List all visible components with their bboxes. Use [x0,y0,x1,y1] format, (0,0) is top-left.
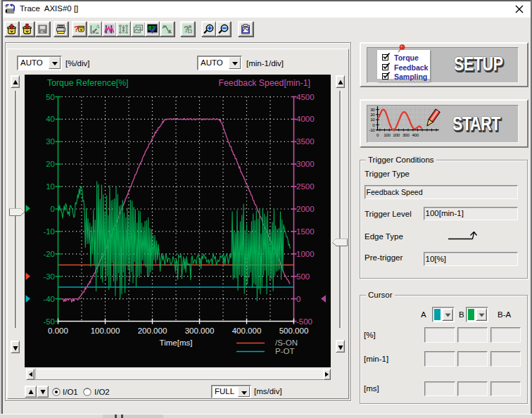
svg-text:20: 20 [370,112,375,117]
svg-text:-40: -40 [43,295,55,303]
svg-text:/S-ON: /S-ON [275,338,298,347]
svg-text:0: 0 [376,132,379,137]
svg-text:300: 300 [403,132,410,137]
svg-text:30: 30 [370,107,375,112]
svg-text:Torque Reference[%]: Torque Reference[%] [47,78,129,88]
svg-text:20: 20 [46,160,55,168]
svg-text:200: 200 [393,132,400,137]
svg-text:4000: 4000 [296,115,315,123]
svg-text:10: 10 [46,182,55,191]
svg-text:?: ? [74,24,79,33]
svg-text:10: 10 [370,117,375,122]
svg-text:100: 100 [384,132,391,137]
svg-text:40: 40 [46,115,55,123]
svg-text:1500: 1500 [296,227,315,236]
svg-text:-50: -50 [43,317,55,326]
svg-text:-20: -20 [43,250,55,258]
svg-text:Feedback Speed[min-1]: Feedback Speed[min-1] [218,78,310,88]
svg-text:400.000: 400.000 [232,327,262,335]
svg-text:3500: 3500 [296,137,315,146]
svg-text:-10: -10 [369,127,375,132]
svg-text:-10: -10 [43,227,55,236]
svg-text:Time[ms]: Time[ms] [160,338,193,347]
svg-text:100.000: 100.000 [91,327,120,335]
svg-text:1000: 1000 [296,250,315,258]
svg-text:2500: 2500 [296,182,315,191]
svg-text:-30: -30 [43,272,55,281]
svg-text:0: 0 [51,205,55,213]
svg-text:P-OT: P-OT [275,347,294,355]
svg-text:300.000: 300.000 [185,327,215,335]
svg-text:200.000: 200.000 [138,327,167,335]
svg-text:0: 0 [372,122,375,127]
svg-text:500: 500 [296,272,310,281]
svg-text:50: 50 [46,93,55,101]
svg-text:3000: 3000 [296,160,315,168]
svg-text:30: 30 [46,137,55,146]
svg-text:2000: 2000 [296,205,315,213]
svg-text:-500: -500 [296,317,312,326]
svg-text:400: 400 [412,132,419,137]
svg-text:500.000: 500.000 [279,327,309,335]
svg-text:0: 0 [296,295,300,303]
svg-text:4500: 4500 [296,93,315,101]
svg-text:0.000: 0.000 [48,327,68,335]
